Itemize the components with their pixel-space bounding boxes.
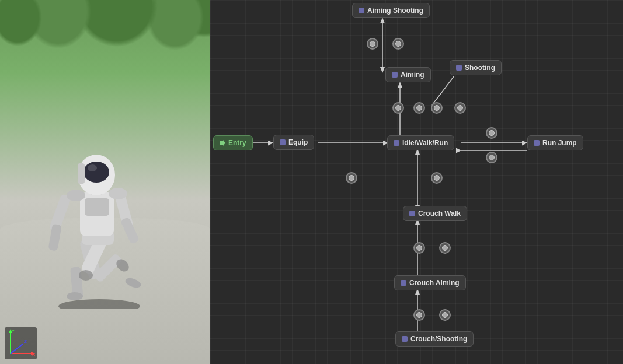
svg-rect-16	[78, 163, 85, 184]
svg-text:Y: Y	[12, 328, 15, 334]
transition-connector[interactable]	[346, 172, 357, 184]
transition-connector[interactable]	[439, 309, 451, 321]
svg-marker-35	[380, 67, 385, 73]
robot-figure	[29, 117, 158, 309]
node-icon	[401, 280, 406, 286]
state-machine-graph[interactable]: Entry Aiming Shooting Aiming Shooting Eq…	[210, 0, 623, 364]
svg-rect-7	[85, 198, 109, 216]
shooting-node[interactable]: Shooting	[450, 60, 502, 75]
entry-arrow-icon	[220, 140, 225, 146]
node-icon	[402, 336, 408, 342]
transition-connector[interactable]	[413, 242, 425, 254]
crouch-shooting-label: Crouch/Shooting	[410, 335, 467, 343]
transition-connector[interactable]	[431, 172, 443, 184]
svg-point-15	[88, 164, 97, 172]
node-icon	[359, 8, 364, 13]
transition-connector[interactable]	[439, 242, 451, 254]
svg-point-22	[124, 276, 142, 290]
svg-point-18	[109, 188, 127, 200]
crouch-walk-label: Crouch Walk	[418, 209, 461, 218]
transition-connector[interactable]	[413, 309, 425, 321]
svg-marker-39	[398, 82, 402, 88]
transition-connector[interactable]	[486, 152, 497, 163]
aiming-shooting-node[interactable]: Aiming Shooting	[352, 3, 430, 18]
idle-walk-run-node[interactable]: Idle/Walk/Run	[387, 135, 454, 150]
svg-line-40	[432, 76, 454, 105]
node-icon	[394, 140, 399, 146]
transition-connector[interactable]	[413, 102, 425, 114]
svg-point-21	[67, 292, 83, 300]
svg-point-17	[67, 190, 85, 201]
transition-connector[interactable]	[431, 102, 443, 114]
equip-label: Equip	[288, 138, 308, 146]
node-icon	[456, 65, 462, 71]
node-icon	[409, 211, 415, 216]
entry-label: Entry	[228, 139, 246, 147]
svg-text:Z: Z	[24, 339, 27, 344]
node-icon	[392, 72, 398, 78]
crouch-aiming-node[interactable]: Crouch Aiming	[394, 275, 466, 290]
crouch-aiming-label: Crouch Aiming	[409, 279, 460, 287]
crouch-walk-node[interactable]: Crouch Walk	[403, 206, 467, 221]
transition-connector[interactable]	[454, 102, 466, 114]
transition-connector[interactable]	[486, 127, 497, 139]
aiming-shooting-label: Aiming Shooting	[367, 6, 423, 15]
svg-point-14	[83, 162, 109, 183]
transition-connector[interactable]	[392, 38, 404, 50]
axes-indicator: X Y Z	[5, 327, 37, 359]
aiming-label: Aiming	[401, 71, 424, 79]
transition-connector[interactable]	[367, 38, 378, 50]
crouch-shooting-node[interactable]: Crouch/Shooting	[395, 331, 474, 346]
node-icon	[534, 140, 540, 146]
run-jump-node[interactable]: Run Jump	[527, 135, 583, 150]
idle-walk-run-label: Idle/Walk/Run	[402, 139, 448, 147]
shooting-label: Shooting	[465, 64, 495, 72]
svg-marker-36	[380, 18, 385, 23]
svg-point-19	[79, 270, 93, 281]
equip-node[interactable]: Equip	[273, 135, 314, 150]
svg-rect-11	[120, 217, 140, 245]
viewport-panel: X Y Z	[0, 0, 210, 364]
run-jump-label: Run Jump	[542, 139, 577, 147]
svg-point-0	[58, 299, 140, 309]
aiming-node[interactable]: Aiming	[385, 67, 431, 82]
svg-text:X: X	[32, 352, 36, 357]
node-icon	[280, 139, 286, 145]
transition-connector[interactable]	[392, 102, 404, 114]
entry-node: Entry	[213, 135, 253, 150]
